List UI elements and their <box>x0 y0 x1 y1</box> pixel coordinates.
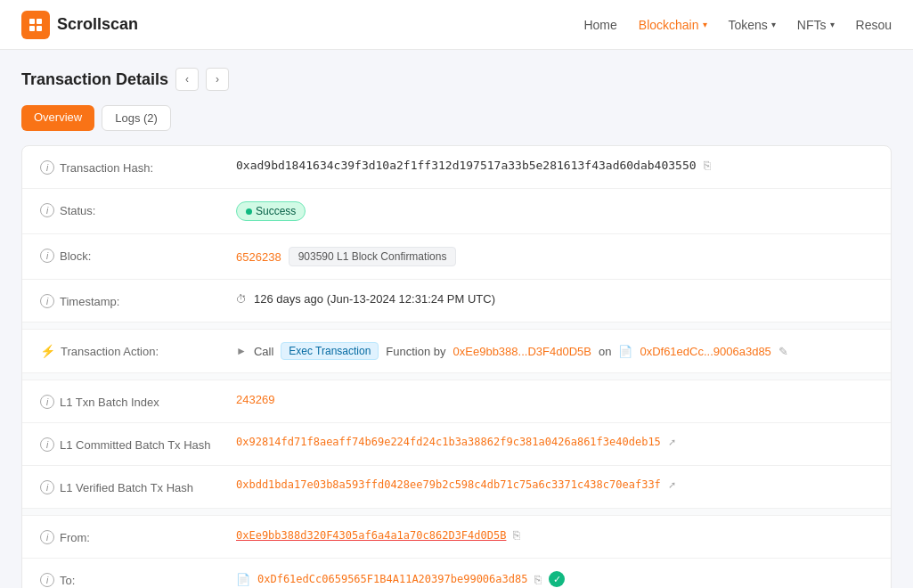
to-address-link[interactable]: 0xDf61edCc0659565F1B4A11A20397be99006a3d… <box>257 573 527 585</box>
tab-logs[interactable]: Logs (2) <box>102 105 171 131</box>
tabs-bar: Overview Logs (2) <box>21 105 892 131</box>
logo-text: Scrollscan <box>57 15 138 34</box>
svg-rect-0 <box>29 19 35 24</box>
logo: Scrollscan <box>21 11 138 39</box>
row-timestamp: i Timestamp: ⏱ 126 days ago (Jun-13-2024… <box>22 280 891 323</box>
header: Scrollscan Home Blockchain ▾ Tokens ▾ NF… <box>0 0 913 50</box>
to-verified-icon: ✓ <box>549 571 565 587</box>
action-label: ⚡ Transaction Action: <box>40 342 236 358</box>
block-number-link[interactable]: 6526238 <box>236 250 281 264</box>
page-header: Transaction Details ‹ › <box>21 68 892 91</box>
blockchain-chevron-icon: ▾ <box>703 20 707 29</box>
separator-2 <box>22 373 891 380</box>
status-info-icon[interactable]: i <box>40 203 54 217</box>
svg-rect-1 <box>37 19 42 24</box>
next-button[interactable]: › <box>206 68 229 91</box>
nav-nfts[interactable]: NFTs ▾ <box>797 18 835 32</box>
timestamp-info-icon[interactable]: i <box>40 294 54 308</box>
row-to: i To: 📄 0xDf61edCc0659565F1B4A11A20397be… <box>22 559 891 588</box>
to-info-icon[interactable]: i <box>40 573 54 587</box>
row-l1-committed: i L1 Committed Batch Tx Hash 0x92814fd71… <box>22 423 891 466</box>
row-status: i Status: Success <box>22 189 891 234</box>
row-block: i Block: 6526238 903590 L1 Block Confirm… <box>22 234 891 280</box>
row-transaction-hash: i Transaction Hash: 0xad9bd1841634c39f3d… <box>22 146 891 189</box>
edit-icon[interactable]: ✎ <box>778 345 788 358</box>
prev-button[interactable]: ‹ <box>175 68 199 91</box>
l1-verified-label: i L1 Verified Batch Tx Hash <box>40 478 236 494</box>
to-label: i To: <box>40 571 236 587</box>
nav-home[interactable]: Home <box>583 18 616 32</box>
from-copy-icon[interactable]: ⎘ <box>513 528 520 542</box>
svg-rect-3 <box>37 26 42 31</box>
row-transaction-action: ⚡ Transaction Action: ► Call Exec Transa… <box>22 330 891 373</box>
from-label: i From: <box>40 528 236 544</box>
from-address-link[interactable]: 0xEe9bb388d320F4305af6a4a1a70c862D3F4d0D… <box>236 529 506 542</box>
l1-committed-label: i L1 Committed Batch Tx Hash <box>40 436 236 452</box>
tx-hash-value: 0xad9bd1841634c39f3d10a2f1ff312d197517a3… <box>236 159 873 172</box>
nav-blockchain[interactable]: Blockchain ▾ <box>639 18 707 32</box>
status-label: i Status: <box>40 201 236 217</box>
main-nav: Home Blockchain ▾ Tokens ▾ NFTs ▾ Resou <box>583 18 892 32</box>
contract-doc-icon: 📄 <box>618 345 632 358</box>
l1-verified-value: 0xbdd1bda17e03b8a593ffd0428ee79b2c598c4d… <box>236 478 873 491</box>
tokens-chevron-icon: ▾ <box>771 20 776 29</box>
action-arrow: ► <box>236 345 247 357</box>
separator-1 <box>22 323 891 330</box>
timestamp-label: i Timestamp: <box>40 292 236 308</box>
tx-hash-copy-icon[interactable]: ⎘ <box>704 159 711 172</box>
status-dot <box>246 208 252 215</box>
block-info-icon[interactable]: i <box>40 249 54 263</box>
l1-batch-label: i L1 Txn Batch Index <box>40 393 236 409</box>
status-badge: Success <box>236 201 306 221</box>
l1-committed-ext-icon[interactable]: ➚ <box>668 437 676 448</box>
row-l1-verified: i L1 Verified Batch Tx Hash 0xbdd1bda17e… <box>22 466 891 509</box>
action-by-address-link[interactable]: 0xEe9bb388...D3F4d0D5B <box>453 345 591 358</box>
action-value: ► Call Exec Transaction Function by 0xEe… <box>236 342 873 360</box>
to-value: 📄 0xDf61edCc0659565F1B4A11A20397be99006a… <box>236 571 873 587</box>
l1-committed-hash-link[interactable]: 0x92814fd71f8aeaff74b69e224fd24c1b3a3886… <box>236 436 661 448</box>
page-title: Transaction Details <box>21 70 168 89</box>
l1-verified-hash-link[interactable]: 0xbdd1bda17e03b8a593ffd0428ee79b2c598c4d… <box>236 478 661 491</box>
status-value: Success <box>236 201 873 221</box>
exec-transaction-btn[interactable]: Exec Transaction <box>281 342 379 360</box>
transaction-card: i Transaction Hash: 0xad9bd1841634c39f3d… <box>21 145 892 588</box>
tx-hash-label: i Transaction Hash: <box>40 159 236 175</box>
separator-3 <box>22 509 891 516</box>
nfts-chevron-icon: ▾ <box>830 20 835 29</box>
tab-overview[interactable]: Overview <box>21 105 94 131</box>
l1-verified-info-icon[interactable]: i <box>40 480 54 494</box>
clock-icon: ⏱ <box>236 293 247 306</box>
l1-batch-info-icon[interactable]: i <box>40 395 54 409</box>
nav-resources[interactable]: Resou <box>856 18 892 32</box>
block-label: i Block: <box>40 247 236 263</box>
from-value: 0xEe9bb388d320F4305af6a4a1a70c862D3F4d0D… <box>236 528 873 542</box>
l1-committed-info-icon[interactable]: i <box>40 437 54 452</box>
block-value: 6526238 903590 L1 Block Confirmations <box>236 247 873 266</box>
page-content: Transaction Details ‹ › Overview Logs (2… <box>0 50 913 588</box>
from-info-icon[interactable]: i <box>40 530 54 544</box>
l1-batch-value: 243269 <box>236 393 873 406</box>
nav-tokens[interactable]: Tokens ▾ <box>729 18 776 32</box>
lightning-icon: ⚡ <box>40 344 55 358</box>
to-contract-doc-icon: 📄 <box>236 573 250 586</box>
l1-verified-ext-icon[interactable]: ➚ <box>668 479 676 491</box>
l1-committed-value: 0x92814fd71f8aeaff74b69e224fd24c1b3a3886… <box>236 436 873 448</box>
to-copy-icon[interactable]: ⎘ <box>534 573 542 586</box>
logo-icon <box>21 11 50 39</box>
row-l1-batch-index: i L1 Txn Batch Index 243269 <box>22 380 891 423</box>
l1-batch-index-link[interactable]: 243269 <box>236 393 274 406</box>
action-on-address-link[interactable]: 0xDf61edCc...9006a3d85 <box>640 345 770 358</box>
tx-hash-info-icon[interactable]: i <box>40 160 54 175</box>
block-confirmations-badge: 903590 L1 Block Confirmations <box>289 247 457 266</box>
row-from: i From: 0xEe9bb388d320F4305af6a4a1a70c86… <box>22 516 891 559</box>
timestamp-value: ⏱ 126 days ago (Jun-13-2024 12:31:24 PM … <box>236 292 873 306</box>
svg-rect-2 <box>29 26 35 31</box>
